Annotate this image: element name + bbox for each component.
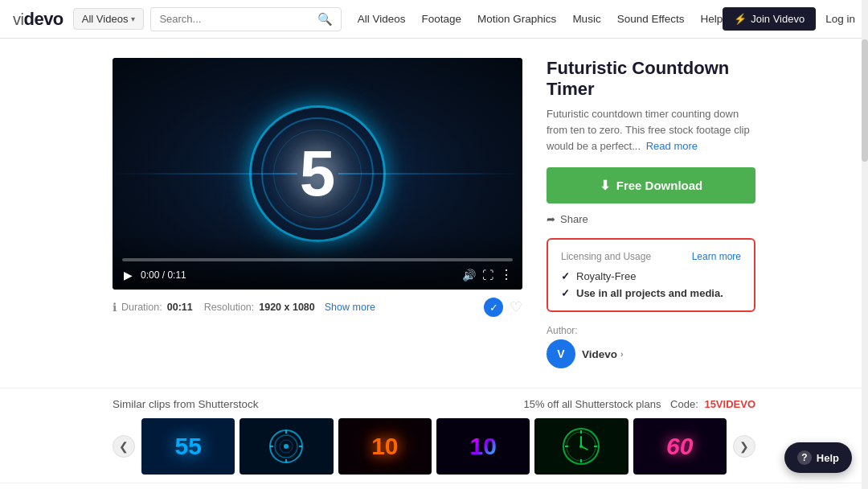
licensing-header: Licensing and Usage Learn more [561,251,741,262]
shutterstock-header: Similar clips from Shutterstock 15% off … [113,398,755,410]
clip-thumb-2[interactable] [240,418,333,475]
svg-point-16 [579,445,583,448]
video-description: Futuristic countdown timer counting down… [547,106,755,154]
help-label: Help [817,452,839,464]
nav-all-videos[interactable]: All Videos [358,13,406,25]
video-meta: ℹ Duration: 00:11 Resolution: 1920 x 108… [113,298,522,317]
clip-number-1: 55 [174,433,201,460]
learn-more-link[interactable]: Learn more [692,251,741,262]
check-circle-button[interactable]: ✓ [484,298,503,317]
clip-clock-svg [560,425,602,467]
download-label: Free Download [616,179,703,192]
nav-motion-graphics[interactable]: Motion Graphics [477,13,556,25]
nav-music[interactable]: Music [572,13,600,25]
logo[interactable]: videvo [13,9,63,30]
promo-text: 15% off all Shutterstock plans [523,398,661,410]
help-question-icon: ? [797,450,812,465]
svg-point-3 [284,444,289,449]
header-right: ⚡ Join Videvo Log in [723,7,855,31]
licensing-text-1: Royalty-Free [576,270,636,282]
countdown-number: 5 [300,137,336,211]
share-icon: ➦ [547,213,555,225]
all-videos-label: All Videos [82,13,129,25]
clip-number-4: 10 [469,433,496,460]
clips-row: ❮ 55 1 [113,418,755,475]
video-section: 5 ▶ 0:00 / 0:11 🔊 ⛶ ⋮ [113,58,522,368]
licensing-item-1: ✓ Royalty-Free [561,270,741,282]
check-icon-1: ✓ [561,270,570,282]
author-name-text: Videvo [582,348,617,360]
promo-code: 15VIDEVO [704,398,755,410]
nav-links: All Videos Footage Motion Graphics Music… [358,13,723,25]
scrollbar-thumb[interactable] [862,39,868,162]
more-options-button[interactable]: ⋮ [500,269,513,281]
nav-sound-effects[interactable]: Sound Effects [617,13,685,25]
resolution-label: Resolution: [204,302,255,313]
clips-container: 55 10 [141,418,727,475]
favorite-button[interactable]: ♡ [510,298,522,316]
clip-number-3: 10 [371,433,398,460]
duration-label: Duration: [121,302,162,313]
fullscreen-button[interactable]: ⛶ [482,269,493,281]
join-label: Join Videvo [751,13,805,25]
info-icon: ℹ [113,301,117,314]
time-total: 0:11 [167,269,186,281]
chevron-down-icon: ▾ [131,14,135,23]
search-input[interactable] [159,13,317,25]
promo-prefix: Code: [670,398,698,410]
read-more-link[interactable]: Read more [646,140,698,152]
clip-thumb-3[interactable]: 10 [338,418,432,475]
duration-value: 00:11 [167,302,193,313]
volume-button[interactable]: 🔊 [462,269,476,281]
play-button[interactable]: ▶ [122,267,134,283]
video-meta-right: ✓ ♡ [484,298,522,317]
author-info: Author: V Videvo › [547,325,624,368]
shutterstock-title: Similar clips from Shutterstock [113,398,259,410]
sidebar: Futuristic Countdown Timer Futuristic co… [547,58,755,368]
video-player[interactable]: 5 ▶ 0:00 / 0:11 🔊 ⛶ ⋮ [113,58,522,290]
clip-number-6: 60 [666,433,693,460]
progress-bar[interactable] [122,258,513,261]
licensing-text-2: Use in all projects and media. [576,287,723,299]
share-label: Share [560,213,588,225]
controls-row: ▶ 0:00 / 0:11 🔊 ⛶ ⋮ [122,267,513,283]
join-button[interactable]: ⚡ Join Videvo [723,7,816,31]
show-more-link[interactable]: Show more [325,302,375,313]
video-title: Futuristic Countdown Timer [547,58,755,100]
shutterstock-section: Similar clips from Shutterstock 15% off … [0,388,868,483]
clip-thumb-6[interactable]: 60 [633,418,727,475]
nav-footage[interactable]: Footage [422,13,462,25]
video-meta-left: ℹ Duration: 00:11 Resolution: 1920 x 108… [113,301,375,314]
search-bar[interactable]: 🔍 [150,7,341,31]
header: videvo All Videos ▾ 🔍 All Videos Footage… [0,0,868,39]
search-icon[interactable]: 🔍 [317,12,333,27]
author-label: Author: [547,325,624,336]
clips-prev-button[interactable]: ❮ [113,435,135,458]
share-button[interactable]: ➦ Share [547,213,588,225]
clip-thumb-4[interactable]: 10 [436,418,530,475]
help-button[interactable]: ? Help [784,442,852,473]
scrollbar-track[interactable] [862,0,868,489]
all-videos-dropdown[interactable]: All Videos ▾ [73,8,145,30]
author-section: Author: V Videvo › [547,325,755,368]
author-avatar: V [547,339,575,368]
clip-thumb-1[interactable]: 55 [141,418,235,475]
tags-section: TAGS countdown timer animation motion gr… [0,483,868,489]
time-display: 0:00 / 0:11 [141,269,456,281]
author-name-link[interactable]: Videvo › [582,348,624,360]
countdown-display: 5 [249,105,386,242]
clip-circle-svg [266,426,306,466]
clip-thumb-5[interactable] [534,418,628,475]
licensing-item-2: ✓ Use in all projects and media. [561,287,741,299]
resolution-value: 1920 x 1080 [259,302,315,313]
login-link[interactable]: Log in [825,13,855,25]
time-current: 0:00 [141,269,159,281]
shutterstock-promo: 15% off all Shutterstock plans Code: 15V… [523,398,755,410]
licensing-box: Licensing and Usage Learn more ✓ Royalty… [547,238,755,312]
download-button[interactable]: ⬇ Free Download [547,167,755,203]
nav-help[interactable]: Help [700,13,723,25]
main-content: 5 ▶ 0:00 / 0:11 🔊 ⛶ ⋮ [0,39,868,388]
clips-next-button[interactable]: ❯ [733,435,755,458]
check-icon-2: ✓ [561,287,570,299]
author-row: V Videvo › [547,339,624,368]
